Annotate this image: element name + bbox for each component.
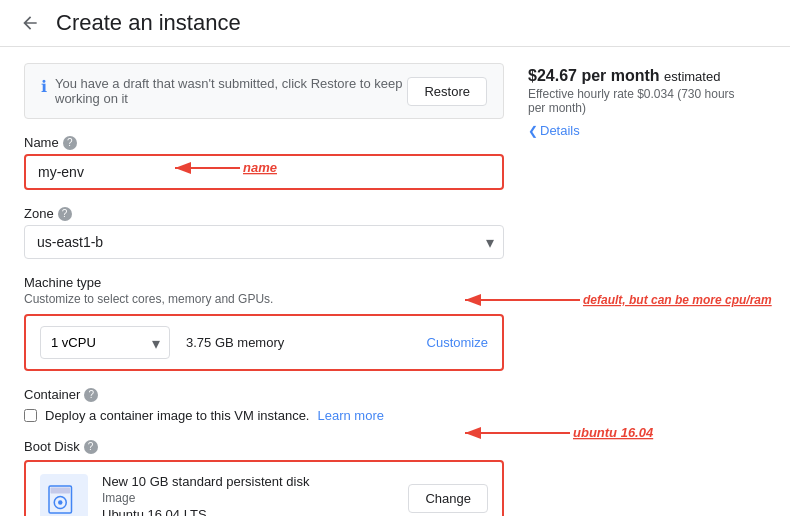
price-hourly: Effective hourly rate $0.034 (730 hours … (528, 87, 748, 115)
learn-more-link[interactable]: Learn more (317, 408, 383, 423)
right-panel: $24.67 per month estimated Effective hou… (528, 63, 748, 516)
price-section: $24.67 per month estimated Effective hou… (528, 67, 748, 138)
machine-type-group: Machine type Customize to select cores, … (24, 275, 504, 371)
zone-select[interactable]: us-east1-b us-east1-c us-east1-d us-cent… (24, 225, 504, 259)
cpu-select-wrapper: 1 vCPU 2 vCPUs 4 vCPUs 8 vCPUs ▾ (40, 326, 170, 359)
price-monthly-value: $24.67 per month (528, 67, 660, 84)
price-estimated-label: estimated (664, 69, 720, 84)
memory-label: 3.75 GB memory (186, 335, 411, 350)
draft-text: ℹ You have a draft that wasn't submitted… (41, 76, 407, 106)
machine-type-label: Machine type (24, 275, 504, 290)
container-checkbox-label: Deploy a container image to this VM inst… (45, 408, 309, 423)
price-monthly: $24.67 per month estimated (528, 67, 748, 85)
disk-os: Ubuntu 16.04 LTS (102, 507, 394, 516)
container-checkbox-row: Deploy a container image to this VM inst… (24, 408, 504, 423)
boot-disk-help-icon[interactable]: ? (84, 440, 98, 454)
zone-field-group: Zone ? us-east1-b us-east1-c us-east1-d … (24, 206, 504, 259)
container-title: Container ? (24, 387, 504, 402)
page-header: Create an instance (0, 0, 790, 47)
name-input[interactable] (24, 154, 504, 190)
machine-type-sublabel: Customize to select cores, memory and GP… (24, 292, 504, 306)
back-button[interactable] (20, 13, 40, 33)
zone-label: Zone ? (24, 206, 504, 221)
container-section: Container ? Deploy a container image to … (24, 387, 504, 423)
zone-label-text: Zone (24, 206, 54, 221)
container-checkbox[interactable] (24, 409, 37, 422)
machine-type-box: 1 vCPU 2 vCPUs 4 vCPUs 8 vCPUs ▾ 3.75 GB… (24, 314, 504, 371)
name-label: Name ? (24, 135, 504, 150)
info-icon: ℹ (41, 77, 47, 96)
disk-name: New 10 GB standard persistent disk (102, 474, 394, 489)
zone-help-icon[interactable]: ? (58, 207, 72, 221)
name-help-icon[interactable]: ? (63, 136, 77, 150)
draft-notice: ℹ You have a draft that wasn't submitted… (24, 63, 504, 119)
disk-image-label: Image (102, 491, 394, 505)
boot-disk-title: Boot Disk ? (24, 439, 504, 454)
draft-message: You have a draft that wasn't submitted, … (55, 76, 407, 106)
disk-icon (40, 474, 88, 516)
svg-point-2 (58, 500, 63, 505)
page-title: Create an instance (56, 10, 241, 36)
left-panel: ℹ You have a draft that wasn't submitted… (24, 63, 504, 516)
zone-select-wrapper: us-east1-b us-east1-c us-east1-d us-cent… (24, 225, 504, 259)
change-button[interactable]: Change (408, 484, 488, 513)
chevron-icon: ❮ (528, 124, 538, 138)
name-label-text: Name (24, 135, 59, 150)
details-link[interactable]: ❮ Details (528, 123, 748, 138)
boot-disk-label-text: Boot Disk (24, 439, 80, 454)
disk-info: New 10 GB standard persistent disk Image… (102, 474, 394, 516)
restore-button[interactable]: Restore (407, 77, 487, 106)
boot-disk-section: Boot Disk ? New 10 GB standard persisten… (24, 439, 504, 516)
details-label: Details (540, 123, 580, 138)
container-label-text: Container (24, 387, 80, 402)
customize-link[interactable]: Customize (427, 335, 488, 350)
cpu-select[interactable]: 1 vCPU 2 vCPUs 4 vCPUs 8 vCPUs (40, 326, 170, 359)
name-field-group: Name ? (24, 135, 504, 190)
svg-rect-3 (51, 488, 71, 494)
boot-disk-box: New 10 GB standard persistent disk Image… (24, 460, 504, 516)
container-help-icon[interactable]: ? (84, 388, 98, 402)
main-content: ℹ You have a draft that wasn't submitted… (0, 47, 790, 516)
